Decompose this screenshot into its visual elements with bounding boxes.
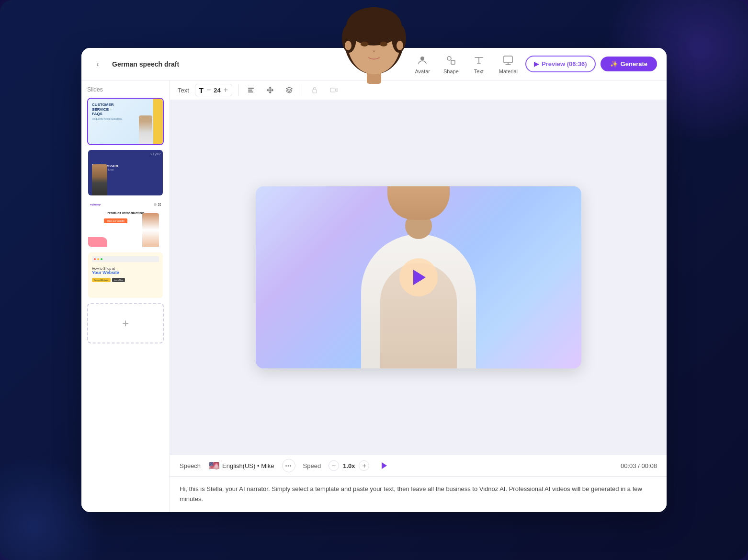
font-minus-btn[interactable]: − (206, 86, 211, 94)
flag-icon: 🇺🇸 (209, 460, 219, 471)
play-button[interactable] (399, 258, 438, 297)
speech-more-button[interactable]: ••• (282, 459, 295, 472)
text-tool[interactable]: Text (472, 54, 486, 74)
script-area[interactable]: Hi, this is Stella, your AI narrator. Si… (170, 476, 667, 512)
preview-label: Preview (06:36) (542, 60, 587, 68)
script-text: Hi, this is Stella, your AI narrator. Si… (180, 484, 657, 504)
video-canvas (256, 186, 581, 368)
slides-panel-title: Slides (87, 86, 164, 93)
material-label: Material (499, 69, 518, 74)
svg-point-1 (447, 57, 451, 60)
material-icon (501, 54, 515, 67)
time-display: 00:03 / 00:08 (621, 462, 657, 469)
speech-bar: Speech 🇺🇸 English(US) • Mike ••• Speed −… (170, 455, 667, 476)
font-T-icon: T (199, 86, 204, 94)
slide-3-icons (154, 203, 161, 206)
svg-rect-4 (248, 88, 254, 89)
speed-control: − 1.0x + (329, 460, 369, 471)
text-toolbar: Text T − 24 + (170, 80, 667, 100)
slide-4-btn2: Learn Now (112, 278, 125, 282)
font-size-control: T − 24 + (195, 84, 232, 96)
project-name: German speech draft (112, 60, 365, 68)
add-slide-icon: + (122, 317, 129, 330)
back-button[interactable]: ‹ (91, 57, 104, 71)
font-size-value: 24 (214, 87, 220, 94)
add-slide-button[interactable]: + (87, 303, 164, 343)
content-area: Slides CUSTOMERSERVICE –FAQS Frequently … (81, 80, 667, 512)
slide-3-cta: Trust our subtitle (104, 218, 127, 223)
slide-4-title: How to Shop at (92, 267, 159, 270)
slide-item-4[interactable]: How to Shop at Your Website Remind Me La… (87, 251, 164, 299)
speed-label: Speed (303, 462, 321, 469)
toolbar-text-label: Text (178, 87, 189, 94)
edit-icon[interactable]: ✏ (373, 60, 378, 68)
speech-more-icon: ••• (285, 463, 292, 469)
preview-button[interactable]: ▶ Preview (06:36) (525, 56, 596, 72)
preview-play-icon: ▶ (534, 60, 539, 68)
slide-1-person (139, 115, 152, 144)
avatar-label: Avatar (415, 69, 430, 74)
svg-rect-7 (313, 90, 317, 93)
speech-language: 🇺🇸 English(US) • Mike (209, 460, 274, 471)
layer-icon[interactable] (283, 83, 296, 97)
speed-value: 1.0x (343, 462, 355, 469)
avatar-tool[interactable]: Avatar (415, 54, 430, 74)
editor-area: Text T − 24 + (170, 80, 667, 512)
svg-point-15 (361, 42, 368, 46)
time-current: 00:03 (621, 462, 636, 469)
shape-icon (444, 54, 458, 67)
play-triangle-icon (413, 270, 426, 285)
lock-icon[interactable] (308, 83, 321, 97)
avatar-icon (416, 54, 429, 67)
svg-point-16 (380, 42, 387, 46)
speed-plus-button[interactable]: + (359, 460, 369, 471)
slide-1-title: CUSTOMERSERVICE –FAQS (92, 103, 159, 116)
move-icon[interactable] (263, 83, 277, 97)
slide-4-buttons: Remind Me Later Learn Now (92, 278, 159, 282)
align-icon[interactable] (244, 83, 258, 97)
play-small-icon (382, 462, 387, 469)
time-total: 00:08 (641, 462, 657, 469)
presenter-head (387, 186, 450, 220)
slide-2-math: x+y=2 (150, 152, 161, 156)
svg-point-0 (420, 57, 424, 60)
toolbar-sep-1 (238, 84, 238, 96)
slide-item-2[interactable]: x+y=2 Math Lesson with teacher Lisa (87, 149, 164, 196)
header-tools: Avatar Shape (415, 54, 518, 74)
slide-4-btn1: Remind Me Later (92, 278, 111, 282)
slide-4-title-bold: Your Website (92, 270, 159, 275)
text-label: Text (474, 69, 484, 74)
slide-2-person (92, 164, 107, 195)
slide-4-browser-bar (92, 256, 159, 262)
svg-rect-3 (504, 56, 512, 63)
svg-rect-5 (248, 90, 252, 91)
generate-button[interactable]: ✨ Generate (601, 57, 657, 71)
material-tool[interactable]: Material (499, 54, 518, 74)
play-small-button[interactable] (377, 459, 390, 472)
video-icon[interactable] (327, 83, 340, 97)
canvas-container (170, 100, 667, 455)
toolbar-sep-2 (302, 84, 302, 96)
generate-label: Generate (621, 60, 647, 68)
speech-label: Speech (180, 462, 201, 469)
slide-3-logo: ●cherry (90, 203, 101, 206)
slide-3-person (142, 213, 159, 247)
svg-rect-8 (330, 88, 335, 92)
shape-tool[interactable]: Shape (443, 54, 459, 74)
slide-1-accent (153, 99, 163, 144)
svg-rect-6 (248, 91, 253, 92)
shape-label: Shape (443, 69, 459, 74)
slide-3-accent (88, 237, 107, 247)
header-actions: ▶ Preview (06:36) ✨ Generate (525, 56, 657, 72)
slide-item-1[interactable]: CUSTOMERSERVICE –FAQS Frequently Asked Q… (87, 98, 164, 145)
header-bar: ‹ German speech draft ✏ Avatar (81, 48, 667, 80)
speech-lang-text: English(US) • Mike (222, 462, 274, 469)
svg-rect-2 (451, 60, 455, 64)
slide-item-3[interactable]: ●cherry Product Introduction (87, 200, 164, 248)
generate-icon: ✨ (610, 60, 618, 68)
font-plus-btn[interactable]: + (224, 86, 228, 94)
speed-minus-button[interactable]: − (329, 460, 339, 471)
slides-panel: Slides CUSTOMERSERVICE –FAQS Frequently … (81, 80, 170, 512)
text-icon (472, 54, 486, 67)
svg-point-12 (346, 7, 402, 46)
